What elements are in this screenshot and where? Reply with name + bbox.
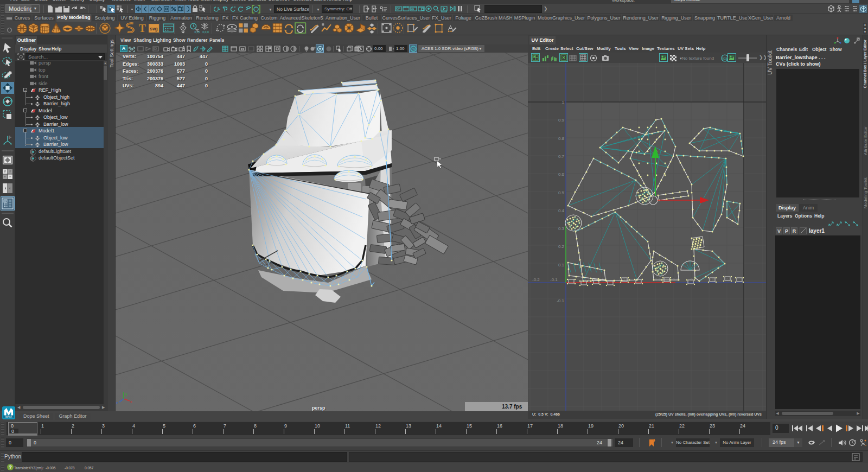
svg-text:0.8: 0.8 [558, 136, 565, 141]
svg-text:0.1: 0.1 [558, 263, 565, 267]
svg-text:z: z [116, 401, 118, 405]
svg-text:T: T [139, 22, 146, 34]
svg-text:0.3: 0.3 [558, 226, 565, 231]
svg-text:x: x [130, 400, 132, 404]
svg-text:-0.1: -0.1 [550, 277, 558, 282]
svg-text:-0.1: -0.1 [557, 298, 564, 303]
svg-text:MAYA: MAYA [5, 416, 12, 418]
svg-text:0.7: 0.7 [558, 154, 565, 159]
svg-text:0.5: 0.5 [558, 190, 565, 195]
svg-text:-0.2: -0.2 [532, 277, 540, 282]
svg-text:CM: CM [412, 48, 416, 51]
svg-text:0,0,0: 0,0,0 [195, 30, 201, 34]
svg-text:0.2: 0.2 [558, 244, 565, 249]
svg-text:0.9: 0.9 [558, 118, 565, 123]
svg-text:y: y [125, 392, 127, 397]
svg-text:1: 1 [562, 100, 565, 105]
svg-text:0.4: 0.4 [558, 208, 565, 213]
svg-text:0.6: 0.6 [558, 172, 565, 177]
svg-text:0,0,0: 0,0,0 [202, 30, 209, 34]
svg-text:svg: svg [150, 26, 157, 31]
